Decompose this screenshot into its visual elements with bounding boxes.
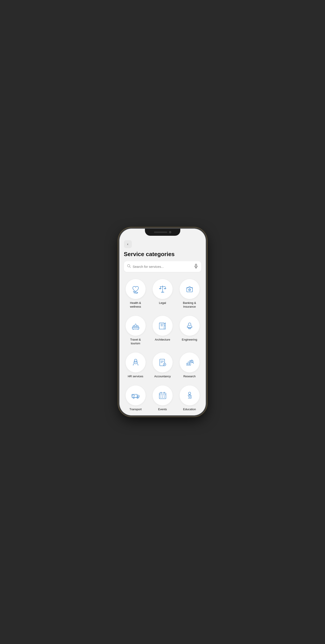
category-icon-education bbox=[180, 386, 200, 406]
svg-point-5 bbox=[134, 292, 138, 293]
category-label-architecture: Architecture bbox=[155, 338, 170, 342]
category-item-research[interactable]: Research bbox=[177, 350, 202, 381]
category-label-hr-services: HR services bbox=[128, 375, 143, 378]
svg-point-66 bbox=[164, 397, 164, 398]
top-bar: ‹ bbox=[120, 238, 206, 250]
category-item-health-wellness[interactable]: Health &wellness bbox=[123, 276, 148, 312]
category-label-transport: Transport bbox=[130, 408, 142, 411]
svg-rect-13 bbox=[187, 288, 192, 292]
category-icon-architecture bbox=[153, 316, 172, 336]
screen-content: ‹ Service categories bbox=[120, 229, 206, 415]
category-label-engineering: Engineering bbox=[182, 338, 197, 342]
svg-point-15 bbox=[189, 289, 190, 290]
category-icon-transport bbox=[126, 386, 146, 406]
category-icon-research bbox=[180, 352, 200, 372]
category-item-education[interactable]: Education bbox=[177, 383, 202, 414]
category-label-research: Research bbox=[184, 375, 196, 378]
svg-line-8 bbox=[160, 286, 161, 288]
category-icon-banking-insurance bbox=[180, 279, 200, 299]
category-item-banking-insurance[interactable]: Banking &Insurance bbox=[177, 276, 202, 312]
category-item-transport[interactable]: Transport bbox=[123, 383, 148, 414]
category-icon-engineering bbox=[180, 316, 200, 336]
category-icon-accountancy bbox=[153, 352, 172, 372]
svg-point-14 bbox=[188, 288, 191, 291]
category-icon-events bbox=[153, 386, 172, 406]
phone-notch bbox=[145, 229, 180, 236]
back-button[interactable]: ‹ bbox=[124, 240, 132, 248]
chevron-left-icon: ‹ bbox=[127, 242, 128, 246]
category-icon-legal bbox=[153, 279, 172, 299]
svg-rect-45 bbox=[186, 363, 188, 365]
notch-camera bbox=[169, 231, 171, 233]
svg-rect-46 bbox=[188, 362, 189, 365]
svg-line-49 bbox=[193, 362, 194, 363]
svg-rect-30 bbox=[188, 327, 191, 328]
category-icon-travel-tourism bbox=[126, 316, 146, 336]
pagination-dots bbox=[120, 414, 206, 415]
category-label-education: Education bbox=[183, 408, 196, 411]
svg-line-1 bbox=[130, 267, 130, 268]
category-label-accountancy: Accountancy bbox=[154, 375, 170, 378]
svg-point-29 bbox=[188, 323, 191, 326]
notch-speaker bbox=[154, 232, 167, 233]
microphone-icon[interactable] bbox=[194, 264, 198, 269]
category-label-legal: Legal bbox=[159, 301, 166, 305]
svg-rect-35 bbox=[134, 364, 137, 364]
categories-grid: Health &wellness bbox=[120, 276, 206, 414]
svg-rect-16 bbox=[132, 327, 139, 329]
search-bar bbox=[124, 261, 201, 272]
svg-point-61 bbox=[160, 396, 161, 396]
svg-point-63 bbox=[164, 396, 164, 396]
svg-rect-37 bbox=[137, 362, 138, 363]
svg-point-67 bbox=[188, 392, 191, 394]
svg-point-65 bbox=[162, 397, 163, 398]
svg-rect-18 bbox=[136, 326, 138, 327]
svg-line-10 bbox=[165, 286, 166, 288]
category-item-engineering[interactable]: Engineering bbox=[177, 313, 202, 348]
page-title: Service categories bbox=[120, 250, 206, 261]
category-item-legal[interactable]: Legal bbox=[150, 276, 175, 312]
category-item-accountancy[interactable]: Accountancy bbox=[150, 350, 175, 381]
category-label-banking-insurance: Banking &Insurance bbox=[183, 301, 196, 309]
svg-point-64 bbox=[160, 397, 161, 398]
category-item-events[interactable]: Events bbox=[150, 383, 175, 414]
search-icon bbox=[127, 264, 131, 269]
search-input[interactable] bbox=[133, 265, 192, 268]
phone-frame: ‹ Service categories bbox=[120, 229, 206, 415]
category-icon-hr-services bbox=[126, 352, 146, 372]
svg-rect-2 bbox=[195, 264, 197, 266]
svg-rect-17 bbox=[133, 326, 135, 327]
category-item-hr-services[interactable]: HR services bbox=[123, 350, 148, 381]
svg-rect-56 bbox=[132, 395, 134, 396]
category-label-travel-tourism: Travel &tourism bbox=[130, 338, 141, 346]
category-label-health-wellness: Health &wellness bbox=[130, 301, 141, 309]
svg-point-62 bbox=[162, 396, 163, 396]
category-icon-health-wellness bbox=[126, 279, 146, 299]
category-item-travel-tourism[interactable]: Travel &tourism bbox=[123, 313, 148, 348]
category-item-architecture[interactable]: Architecture bbox=[150, 313, 175, 348]
svg-point-34 bbox=[134, 359, 137, 362]
svg-point-50 bbox=[191, 360, 192, 361]
category-label-events: Events bbox=[158, 408, 167, 411]
phone-screen: ‹ Service categories bbox=[120, 229, 206, 415]
svg-rect-36 bbox=[134, 362, 134, 363]
